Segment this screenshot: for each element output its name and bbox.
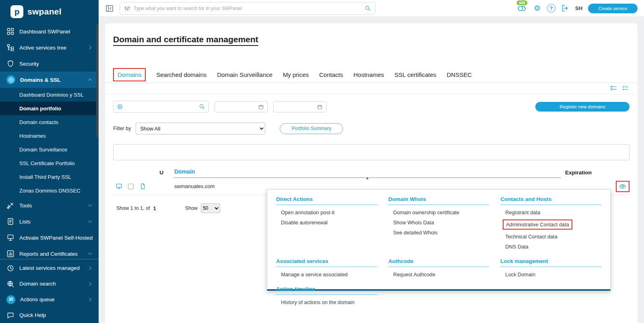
cell-domain[interactable]: swmanuales.com <box>173 183 561 189</box>
section-domain-whois: Domain Whois Domain ownership certificat… <box>383 194 495 256</box>
sidebar-item-domains-ssl[interactable]: Domains & SSL <box>0 72 99 88</box>
domain-actions-context-menu: Direct Actions Open annotation post-it D… <box>267 189 611 291</box>
domain-filter-input[interactable] <box>126 104 196 110</box>
submenu-item-zonas-dominios-dnssec[interactable]: Zonas Dominios DNSSEC <box>0 184 99 197</box>
monitor-icon[interactable] <box>116 183 122 190</box>
search-icon[interactable] <box>365 5 371 12</box>
global-search-input[interactable] <box>134 6 361 11</box>
sidebar-item-tools[interactable]: Tools <box>0 197 99 213</box>
view-toggle-strip <box>105 83 638 94</box>
menu-item-lock-domain[interactable]: Lock Domain <box>500 269 601 280</box>
domains-submenu: Dashboard Dominios y SSL Domain portfoli… <box>0 88 99 197</box>
brand-logo[interactable]: p swpanel <box>0 0 99 23</box>
grid-view-icon[interactable] <box>610 85 617 92</box>
chat-help-icon <box>6 311 14 319</box>
section-lock-management: Lock management Lock Domain <box>495 256 607 284</box>
logout-icon[interactable] <box>561 4 570 12</box>
create-service-button[interactable]: Create service <box>588 4 638 13</box>
app: p swpanel Dashboard SWPanel Active servi… <box>0 0 644 323</box>
tab-bar: Domains Searched domains Domain Surveill… <box>105 67 638 83</box>
sidebar-item-label: Quick Help <box>19 312 93 318</box>
register-new-domains-button[interactable]: Register new domains <box>535 102 630 112</box>
submenu-item-domain-surveillance[interactable]: Domain Surveillance <box>0 143 99 156</box>
sidebar-item-quick-help[interactable]: Quick Help <box>0 307 99 323</box>
sidebar-item-reports-certificates[interactable]: Reports and Certificates <box>0 246 99 259</box>
submenu-label: Domain contacts <box>19 119 58 125</box>
submenu-label: Domain portfolio <box>19 106 61 112</box>
submenu-item-hostnames[interactable]: Hostnames <box>0 129 99 143</box>
settings-gear-icon[interactable]: ⚙ <box>533 4 541 12</box>
tab-contacts[interactable]: Contacts <box>319 71 343 78</box>
menu-item-administrative-contact-data[interactable]: Administrative Contact data <box>500 217 601 232</box>
submenu-item-domain-contacts[interactable]: Domain contacts <box>0 115 99 129</box>
sidebar-item-latest-services[interactable]: Latest services managed <box>0 260 99 276</box>
menu-item-request-authcode[interactable]: Request Authcode <box>388 269 489 280</box>
tab-ssl-certificates[interactable]: SSL certificates <box>394 71 436 78</box>
tab-domains[interactable]: Domains <box>113 68 146 81</box>
calendar-icon[interactable] <box>317 104 323 110</box>
menu-item-open-annotation[interactable]: Open annotation post-it <box>276 207 377 217</box>
document-icon[interactable] <box>139 183 146 190</box>
row-checkbox[interactable] <box>128 184 134 189</box>
menu-item-show-whois-data[interactable]: Show Whois Data <box>388 217 489 228</box>
calendar-icon[interactable] <box>258 104 264 110</box>
tab-dnssec[interactable]: DNSSEC <box>447 71 472 78</box>
tab-searched-domains[interactable]: Searched domains <box>156 71 206 78</box>
header-domain-column[interactable]: Domain ▲ <box>173 168 561 178</box>
tab-my-prices[interactable]: My prices <box>283 71 309 78</box>
chevron-up-icon <box>87 77 93 83</box>
menu-item-disable-autorenewal[interactable]: Disable autorenewal <box>276 217 377 228</box>
submenu-item-ssl-certificate-portfolio[interactable]: SSL Certificate Portfolio <box>0 156 99 170</box>
sidebar-bottom-group: Latest services managed Domain search 30… <box>0 259 99 323</box>
main-area: 500 ⚙ ? SH Create service Domain and cer… <box>99 0 644 323</box>
sidebar-item-label: Tools <box>19 203 83 209</box>
sidebar-item-actions-queue[interactable]: 30 Actions queue <box>0 292 99 307</box>
history-clock-icon <box>6 264 14 272</box>
date-to-input[interactable] <box>277 104 317 110</box>
menu-item-manage-service-associated[interactable]: Manage a service associated <box>276 269 377 280</box>
sidebar-collapse-icon[interactable] <box>105 4 114 13</box>
submenu-label: Dashboard Dominios y SSL <box>19 92 84 98</box>
search-icon[interactable] <box>199 104 205 110</box>
row-actions-eye-button[interactable] <box>616 181 630 192</box>
filter-select[interactable]: Show All <box>136 122 265 135</box>
page-size-select[interactable]: 50 <box>201 203 220 213</box>
pagination-summary: Show 1 to 1, of <box>116 205 150 211</box>
user-avatar[interactable]: SH <box>575 5 582 11</box>
help-question-icon[interactable]: ? <box>547 4 555 12</box>
menu-item-registrant-data[interactable]: Registrant data <box>500 207 601 217</box>
checklist-view-icon[interactable] <box>622 85 629 92</box>
sidebar-item-dashboard[interactable]: Dashboard SWPanel <box>0 23 99 39</box>
tab-domain-surveillance[interactable]: Domain Surveillance <box>217 71 272 78</box>
submenu-label: SSL Certificate Portfolio <box>19 160 75 166</box>
menu-item-technical-contact-data[interactable]: Technical Contact data <box>500 232 601 242</box>
tab-hostnames[interactable]: Hostnames <box>353 71 384 78</box>
points-count-badge: 500 <box>517 0 528 5</box>
submenu-item-install-third-party-ssl[interactable]: Install Third Party SSL <box>0 170 99 184</box>
section-title: Action timeline <box>276 284 377 295</box>
sidebar-item-security[interactable]: Security <box>0 56 99 72</box>
sidebar-scrollbar[interactable] <box>96 24 99 138</box>
sidebar-item-lists[interactable]: Lists <box>0 213 99 230</box>
menu-item-ownership-certificate[interactable]: Domain ownership certificate <box>388 207 489 217</box>
section-title: Lock management <box>500 256 601 267</box>
menu-item-dns-data[interactable]: DNS Data <box>500 242 601 252</box>
submenu-item-domain-portfolio[interactable]: Domain portfolio <box>0 101 99 115</box>
menu-item-history-of-actions[interactable]: History of actions on the domain <box>276 297 377 307</box>
sidebar-item-domain-search[interactable]: Domain search <box>0 276 99 292</box>
sidebar-item-activate-self-hosted[interactable]: Activate SWPanel Self-Hosted <box>0 230 99 246</box>
row-action-icons <box>113 183 149 190</box>
portfolio-summary-button[interactable]: Portfolio Summary <box>280 123 343 134</box>
date-from-input[interactable] <box>218 104 258 110</box>
sidebar-item-active-services-tree[interactable]: Active services tree <box>0 39 99 56</box>
loyalty-points-button[interactable]: 500 <box>517 3 527 14</box>
menu-item-see-detailed-whois[interactable]: See detailed Whois <box>388 228 489 238</box>
services-tree-icon <box>6 43 14 52</box>
sort-ascending-icon[interactable]: ▲ <box>365 176 369 180</box>
bulk-actions-box <box>113 144 630 160</box>
domain-column-label: Domain <box>174 168 195 175</box>
actions-queue-count-badge: 30 <box>6 295 15 304</box>
submenu-item-dashboard-dominios[interactable]: Dashboard Dominios y SSL <box>0 88 99 101</box>
clear-filter-icon[interactable] <box>117 104 123 110</box>
submenu-label: Hostnames <box>19 133 46 139</box>
